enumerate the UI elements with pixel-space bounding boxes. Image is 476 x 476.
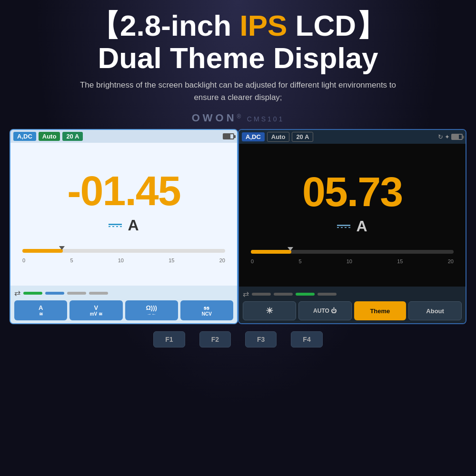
light-scale-numbers: 0 5 10 15 20 bbox=[22, 258, 225, 263]
dark-scale-num-5: 5 bbox=[298, 258, 301, 264]
nav-btn-f2[interactable]: F2 bbox=[199, 331, 231, 347]
dark-tag-mode: A,DC bbox=[242, 132, 265, 141]
light-dc-solid-line bbox=[109, 224, 122, 225]
dark-arrows-icon: ⇄ bbox=[243, 289, 249, 298]
dark-ind-2 bbox=[274, 293, 293, 296]
dark-theme-screen: A,DC Auto 20 A ↻ ✦ 05.73 A bbox=[238, 129, 466, 324]
dark-btn-brightness[interactable]: ☀ bbox=[243, 301, 296, 320]
dark-ind-3 bbox=[296, 293, 315, 296]
light-scale-marker bbox=[59, 246, 65, 250]
dark-scale-num-0: 0 bbox=[251, 258, 254, 264]
light-tag-range: Auto bbox=[39, 132, 60, 141]
title-line1: 【2.8-inch IPS LCD】 bbox=[90, 10, 386, 42]
dark-dc-solid-line bbox=[337, 225, 350, 226]
dark-btn-auto[interactable]: AUTO ⏻ bbox=[298, 301, 352, 320]
dark-scale-marker bbox=[288, 247, 293, 251]
light-scale-container: 0 5 10 15 20 bbox=[20, 246, 228, 263]
dark-icons-group: ↻ ✦ bbox=[438, 133, 463, 140]
light-unit-row: A bbox=[109, 217, 139, 234]
screens-container: A,DC Auto 20 A -01.45 A bbox=[10, 129, 466, 324]
dark-unit-row: A bbox=[337, 218, 367, 235]
dark-tag-range: Auto bbox=[267, 132, 290, 142]
nav-btn-f3[interactable]: F3 bbox=[245, 331, 277, 347]
light-tag-mode: A,DC bbox=[13, 132, 36, 141]
light-btn-a[interactable]: A ≅ bbox=[14, 300, 67, 320]
dark-bluetooth-icon: ✦ bbox=[445, 133, 450, 140]
nav-btn-f4[interactable]: F4 bbox=[291, 331, 322, 347]
title-part1: 【2.8-inch bbox=[90, 9, 240, 42]
navigation-bar: F1 F2 F3 F4 bbox=[153, 327, 322, 352]
nav-btn-f1[interactable]: F1 bbox=[153, 331, 185, 347]
scale-num-15: 15 bbox=[169, 258, 174, 263]
light-bottom: ⇄ A ≅ VmV ≅ Ω)))→← ꟊꟊNCV bbox=[10, 286, 237, 323]
subtitle-text: The brightness of the screen backlight c… bbox=[71, 79, 405, 103]
light-tag-current: 20 A bbox=[62, 132, 83, 141]
dark-function-buttons: ☀ AUTO ⏻ Theme About bbox=[243, 301, 462, 320]
brand-reg: ® bbox=[237, 113, 241, 120]
dark-refresh-icon: ↻ bbox=[438, 133, 443, 140]
dark-unit-label: A bbox=[356, 218, 367, 235]
dark-tag-current: 20 A bbox=[292, 132, 313, 142]
dark-topbar: A,DC Auto 20 A ↻ ✦ bbox=[239, 130, 466, 144]
dark-indicator-row: ⇄ bbox=[243, 289, 462, 298]
dark-dc-dashed-line bbox=[337, 227, 350, 228]
light-dc-symbol bbox=[109, 224, 122, 227]
light-main-display: -01.45 A 0 bbox=[10, 143, 237, 286]
brand-name: OWON bbox=[192, 112, 237, 124]
dark-btn-about[interactable]: About bbox=[408, 301, 462, 320]
dark-scale-numbers: 0 5 10 15 20 bbox=[251, 258, 454, 264]
dark-scale-num-10: 10 bbox=[347, 258, 352, 264]
dark-btn-theme[interactable]: Theme bbox=[354, 301, 407, 320]
light-function-buttons: A ≅ VmV ≅ Ω)))→← ꟊꟊNCV bbox=[14, 300, 233, 320]
title-line2: Dual Theme Display bbox=[98, 42, 378, 74]
scale-num-0: 0 bbox=[22, 258, 25, 263]
scale-num-5: 5 bbox=[70, 258, 73, 263]
dark-bottom: ⇄ ☀ AUTO ⏻ Theme About bbox=[239, 287, 466, 323]
title-ips: IPS bbox=[239, 9, 287, 42]
light-topbar: A,DC Auto 20 A bbox=[10, 130, 237, 143]
light-btn-vmv[interactable]: VmV ≅ bbox=[69, 300, 122, 320]
dark-battery-icon bbox=[451, 134, 463, 140]
scale-num-20: 20 bbox=[219, 258, 225, 263]
dark-scale-num-20: 20 bbox=[448, 258, 454, 264]
light-reading-value: -01.45 bbox=[67, 170, 180, 212]
scale-num-10: 10 bbox=[118, 258, 124, 263]
light-ind-3 bbox=[67, 292, 86, 295]
dark-ind-1 bbox=[252, 293, 271, 296]
light-unit-label: A bbox=[128, 217, 139, 234]
light-ind-1 bbox=[23, 292, 42, 295]
dark-dc-symbol bbox=[337, 225, 350, 228]
light-scale-fill bbox=[22, 249, 63, 253]
brand-model: CMS101 bbox=[247, 115, 284, 123]
title-part2: LCD】 bbox=[287, 9, 386, 42]
dark-scale-track bbox=[251, 250, 454, 254]
light-indicator-row: ⇄ bbox=[14, 288, 233, 298]
light-battery-icon bbox=[223, 133, 234, 139]
light-scale-track bbox=[22, 249, 225, 253]
dark-scale-fill bbox=[251, 250, 291, 254]
dark-ind-4 bbox=[317, 293, 337, 296]
light-btn-ncv[interactable]: ꟊꟊNCV bbox=[180, 300, 233, 320]
dark-reading-value: 05.73 bbox=[302, 171, 402, 213]
light-ind-2 bbox=[45, 292, 64, 295]
light-scale-bar bbox=[22, 246, 225, 256]
dark-scale-num-15: 15 bbox=[397, 258, 403, 264]
light-btn-ohm[interactable]: Ω)))→← bbox=[125, 300, 178, 320]
dark-scale-container: 0 5 10 15 20 bbox=[248, 247, 456, 264]
light-dc-dashed-line bbox=[109, 226, 122, 227]
brand-header: OWON® CMS101 bbox=[192, 112, 285, 124]
dark-scale-bar bbox=[251, 247, 454, 257]
light-theme-screen: A,DC Auto 20 A -01.45 A bbox=[10, 129, 238, 324]
page-content: 【2.8-inch IPS LCD】 Dual Theme Display Th… bbox=[0, 0, 476, 352]
dark-main-display: 05.73 A 0 bbox=[239, 144, 466, 287]
light-arrows-icon: ⇄ bbox=[14, 288, 20, 298]
light-ind-4 bbox=[89, 292, 108, 295]
